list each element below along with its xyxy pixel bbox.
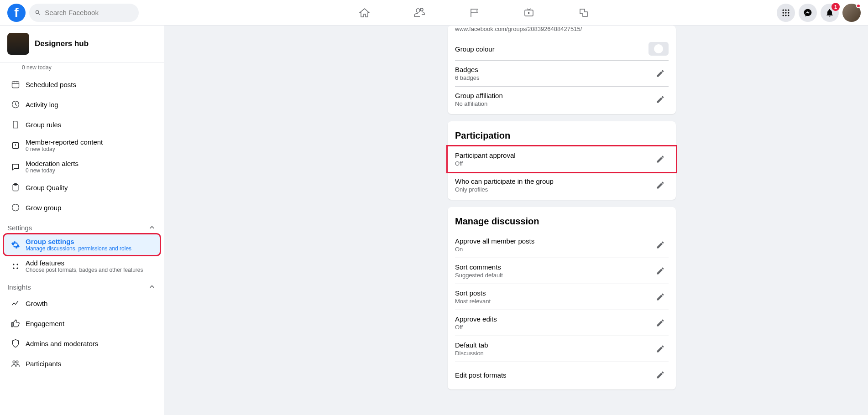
edit-button[interactable]: [652, 91, 669, 108]
edit-button[interactable]: [652, 367, 669, 383]
sidebar-scheduled-posts[interactable]: Scheduled posts: [4, 74, 160, 94]
menu-button[interactable]: [777, 4, 795, 22]
setting-value: Only profiles: [455, 186, 652, 193]
row-group-colour[interactable]: Group colour: [455, 37, 669, 60]
sidebar-moderation-alerts[interactable]: Moderation alerts0 new today: [4, 156, 160, 177]
main-content: www.facebook.com/groups/2083926488427515…: [164, 26, 868, 397]
side-label: Group settings: [26, 238, 157, 245]
group-header[interactable]: Designers hub: [0, 26, 164, 62]
side-label: Engagement: [26, 320, 157, 327]
sidebar-group-quality[interactable]: Group Quality: [4, 177, 160, 197]
clock-icon: [11, 100, 20, 109]
setting-value: Most relevant: [455, 298, 652, 305]
section-insights[interactable]: Insights: [0, 277, 164, 293]
people-icon: [11, 359, 20, 368]
pencil-icon: [656, 370, 665, 379]
row-participant-approval[interactable]: Participant approvalOff: [448, 146, 676, 172]
header-nav: [172, 0, 777, 26]
nav-home[interactable]: [339, 0, 390, 26]
thumbs-up-icon: [11, 319, 20, 328]
pencil-icon: [656, 69, 665, 78]
group-thumbnail: [7, 33, 29, 55]
profile-avatar[interactable]: [842, 4, 861, 22]
pencil-icon: [656, 292, 665, 301]
nav-gaming[interactable]: [558, 0, 609, 26]
edit-button[interactable]: [652, 237, 669, 253]
sidebar-member-reported[interactable]: Member-reported content0 new today: [4, 135, 160, 156]
side-sub: Choose post formats, badges and other fe…: [26, 267, 157, 273]
row-approve-edits[interactable]: Approve editsOff: [455, 310, 669, 336]
svg-point-18: [13, 267, 14, 269]
facebook-logo[interactable]: f: [7, 4, 26, 22]
header-right: 1: [777, 4, 861, 22]
row-affiliation[interactable]: Group affiliationNo affiliation: [455, 86, 669, 112]
row-sort-comments[interactable]: Sort commentsSuggested default: [455, 258, 669, 284]
sidebar-group-rules[interactable]: Group rules: [4, 114, 160, 135]
row-sort-posts[interactable]: Sort postsMost relevant: [455, 284, 669, 310]
svg-point-8: [785, 15, 786, 16]
row-badges[interactable]: Badges6 badges: [455, 60, 669, 86]
sidebar-grow-group[interactable]: Grow group: [4, 197, 160, 218]
row-approve-posts[interactable]: Approve all member postsOn: [455, 232, 669, 258]
nav-pages[interactable]: [449, 0, 500, 26]
nav-watch[interactable]: [503, 0, 554, 26]
clipboard-icon: [11, 183, 20, 192]
pencil-icon: [656, 344, 665, 353]
row-who-participate[interactable]: Who can participate in the groupOnly pro…: [455, 172, 669, 198]
setting-label: Approve all member posts: [455, 237, 652, 245]
edit-button[interactable]: [652, 341, 669, 357]
edit-button[interactable]: [652, 65, 669, 82]
svg-point-5: [785, 12, 786, 13]
row-edit-formats[interactable]: Edit post formats: [455, 362, 669, 388]
svg-rect-10: [12, 82, 19, 88]
edit-button[interactable]: [652, 315, 669, 331]
row-default-tab[interactable]: Default tabDiscussion: [455, 336, 669, 362]
svg-point-2: [785, 9, 786, 10]
setting-label: Participant approval: [455, 151, 652, 159]
sidebar-growth[interactable]: Growth: [4, 293, 160, 313]
friends-icon: [414, 7, 425, 18]
messenger-button[interactable]: [799, 4, 817, 22]
setting-value: Off: [455, 324, 652, 331]
section-settings[interactable]: Settings: [0, 218, 164, 234]
setting-label: Approve edits: [455, 315, 652, 323]
pencil-icon: [656, 95, 665, 104]
side-label: Participants: [26, 360, 157, 368]
sidebar-group-settings[interactable]: Group settingsManage discussions, permis…: [4, 234, 160, 255]
sidebar-activity-log[interactable]: Activity log: [4, 94, 160, 114]
colour-swatch[interactable]: [648, 42, 669, 56]
sidebar-participants[interactable]: Participants: [4, 353, 160, 374]
section-title: Settings: [7, 224, 32, 232]
edit-button[interactable]: [652, 151, 669, 167]
setting-label: Sort comments: [455, 263, 652, 271]
search-box[interactable]: [29, 4, 139, 22]
avatar-dot: [856, 4, 861, 8]
search-input[interactable]: [45, 9, 133, 16]
svg-point-1: [783, 9, 784, 10]
home-icon: [359, 7, 370, 18]
calendar-icon: [11, 80, 20, 89]
nav-friends[interactable]: [394, 0, 445, 26]
sidebar-add-features[interactable]: Add featuresChoose post formats, badges …: [4, 255, 160, 277]
chat-alert-icon: [11, 162, 20, 171]
features-icon: [11, 262, 20, 271]
growth-icon: [11, 299, 20, 308]
shield-icon: [11, 339, 20, 348]
edit-button[interactable]: [652, 289, 669, 305]
report-icon: [11, 141, 20, 150]
setting-value: Suggested default: [455, 272, 652, 279]
side-label: Group Quality: [26, 184, 157, 192]
edit-button[interactable]: [652, 263, 669, 279]
notifications-button[interactable]: 1: [821, 4, 839, 22]
sidebar-engagement[interactable]: Engagement: [4, 313, 160, 333]
edit-button[interactable]: [652, 177, 669, 193]
svg-point-21: [16, 361, 18, 363]
chevron-up-icon: [147, 223, 157, 232]
sidebar-admins[interactable]: Admins and moderators: [4, 333, 160, 353]
watch-icon: [523, 7, 534, 18]
side-sub: Manage discussions, permissions and role…: [26, 245, 157, 252]
pencil-icon: [656, 266, 665, 275]
sidebar: Designers hub 0 new today Scheduled post…: [0, 26, 164, 415]
url-value: www.facebook.com/groups/2083926488427515…: [455, 26, 669, 37]
card-participation: Participation Participant approvalOff Wh…: [448, 121, 676, 200]
